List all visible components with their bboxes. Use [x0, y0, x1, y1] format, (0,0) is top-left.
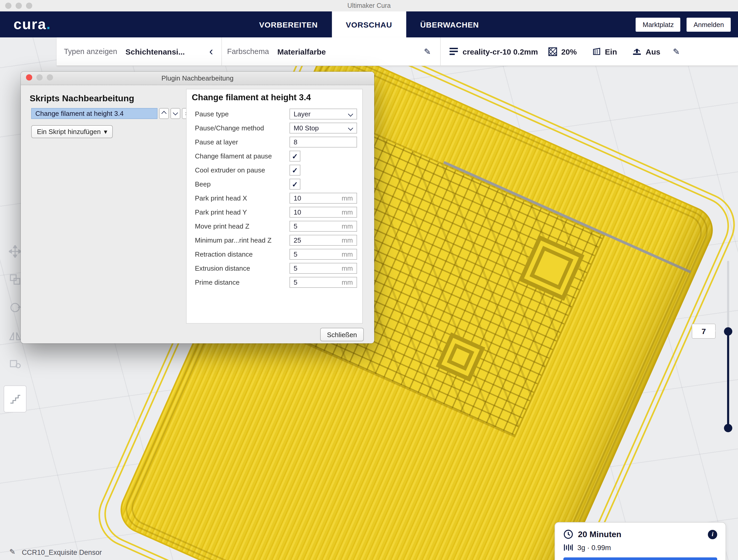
adhesion-item[interactable]: Aus [633, 47, 661, 56]
signin-button[interactable]: Anmelden [687, 17, 731, 31]
printer-profile-item[interactable]: creality-cr-10 0.2mm [449, 47, 538, 56]
field-unit-8: mm [342, 222, 357, 230]
layer-slider-lower-handle[interactable] [724, 424, 732, 432]
form-row: Prime distance5mm [187, 275, 362, 290]
tab-ueberwachen[interactable]: ÜBERWACHEN [406, 11, 493, 37]
close-dialog-button[interactable]: Schließen [320, 328, 364, 341]
form-row: Pause at layer8 [187, 135, 362, 149]
per-model-settings-icon[interactable] [9, 358, 21, 370]
layer-slider-range[interactable] [727, 332, 729, 428]
form-row: Park print head Y10mm [187, 205, 362, 219]
dialog-window-controls [26, 74, 53, 80]
edit-pencil-icon[interactable]: ✎ [424, 46, 431, 56]
field-input-6[interactable]: 10mm [290, 193, 357, 204]
support-blocker-tool[interactable] [4, 386, 26, 413]
field-unit-12: mm [342, 278, 357, 286]
staircase-icon [9, 393, 21, 405]
material-usage: 3g · 0.99m [578, 544, 611, 551]
field-input-10[interactable]: 5mm [290, 249, 357, 260]
infill-item[interactable]: 20% [548, 47, 577, 56]
print-time: 20 Minuten [578, 530, 621, 539]
tab-vorschau[interactable]: VORSCHAU [332, 11, 406, 37]
field-label-1: Pause/Change method [195, 124, 264, 132]
field-input-11[interactable]: 5mm [290, 263, 357, 274]
field-input-2[interactable]: 8 [290, 137, 357, 147]
field-input-7[interactable]: 10mm [290, 207, 357, 218]
field-input-8[interactable]: 5mm [290, 221, 357, 232]
field-dropdown-0[interactable]: Layer [290, 109, 357, 119]
mirror-tool-icon[interactable] [9, 329, 21, 342]
field-label-8: Move print head Z [195, 222, 250, 230]
form-row: Minimum par...rint head Z25mm [187, 233, 362, 247]
rename-model-icon[interactable]: ✎ [9, 548, 15, 556]
field-label-2: Pause at layer [195, 138, 238, 146]
form-row: Change filament at pause✓ [187, 149, 362, 163]
clock-icon [564, 529, 573, 539]
collapse-chevron-icon[interactable]: ‹ [209, 46, 213, 57]
dialog-titlebar[interactable]: Plugin Nachbearbeitung [21, 72, 374, 85]
color-scheme-section[interactable]: Farbschema Materialfarbe ✎ [222, 37, 441, 65]
form-row: Extrusion distance5mm [187, 261, 362, 275]
tab-vorbereiten[interactable]: VORBEREITEN [245, 11, 332, 37]
print-settings-section[interactable]: creality-cr-10 0.2mm 20% Ein [441, 37, 738, 65]
profile-layers-icon [449, 47, 458, 56]
field-label-10: Retraction distance [195, 250, 253, 258]
field-input-12[interactable]: 5mm [290, 277, 357, 288]
info-icon[interactable]: i [708, 530, 717, 539]
view-type-value[interactable]: Schichtenansi... [125, 47, 185, 56]
field-value-6: 10 [290, 194, 342, 202]
move-script-down-button[interactable] [170, 108, 180, 119]
field-checkbox-5[interactable]: ✓ [290, 179, 300, 189]
scale-tool-icon[interactable] [9, 273, 21, 286]
add-script-button[interactable]: Ein Skript hinzufügen ▾ [31, 125, 113, 138]
slice-settings-cluster: 20% Ein Aus ✎ [548, 46, 680, 56]
dialog-zoom-icon [47, 74, 53, 80]
field-value-1: M0 Stop [290, 124, 349, 132]
view-type-label: Typen anzeigen [64, 47, 117, 56]
dialog-minimize-icon [36, 74, 43, 80]
field-label-5: Beep [195, 180, 211, 188]
layer-slider-upper-handle[interactable] [724, 327, 732, 336]
color-scheme-value[interactable]: Materialfarbe [277, 47, 326, 56]
filament-icon [564, 543, 573, 552]
color-scheme-label: Farbschema [227, 47, 269, 56]
rotate-tool-icon[interactable] [9, 301, 21, 314]
printer-profile-value: creality-cr-10 0.2mm [462, 47, 538, 56]
zoom-icon [26, 3, 32, 9]
post-processing-dialog: Plugin Nachbearbeitung Skripts Nachbearb… [21, 72, 374, 344]
field-label-9: Minimum par...rint head Z [195, 236, 272, 244]
field-label-3: Change filament at pause [195, 152, 272, 160]
header-buttons: Marktplatz Anmelden [636, 17, 731, 31]
support-item[interactable]: Ein [593, 47, 617, 56]
infill-icon [548, 47, 557, 56]
field-unit-6: mm [342, 194, 357, 202]
edit-print-settings-icon[interactable]: ✎ [673, 46, 680, 56]
print-job-card: 20 Minuten i 3g · 0.99m Print with OctoP… [555, 522, 726, 560]
print-octoprint-button[interactable]: Print with OctoPrint [564, 557, 717, 560]
form-row: Pause typeLayer [187, 107, 362, 121]
cura-window: Ultimaker Cura cura. VORBEREITEN VORSCHA… [0, 0, 738, 560]
app-header: cura. VORBEREITEN VORSCHAU ÜBERWACHEN Ma… [0, 11, 738, 37]
logo-dot: . [46, 16, 51, 32]
field-unit-10: mm [342, 250, 357, 258]
field-value-2: 8 [290, 138, 357, 146]
cura-logo: cura. [14, 16, 51, 33]
script-settings-panel: Change filament at height 3.4 Pause type… [186, 89, 363, 324]
field-unit-11: mm [342, 264, 357, 272]
window-title: Ultimaker Cura [347, 2, 391, 9]
dialog-close-icon[interactable] [26, 74, 32, 80]
field-input-9[interactable]: 25mm [290, 235, 357, 246]
field-label-0: Pause type [195, 110, 229, 118]
move-script-up-button[interactable] [159, 108, 169, 119]
selected-script-item[interactable]: Change filament at height 3.4 [31, 108, 157, 119]
form-row: Beep✓ [187, 177, 362, 191]
layer-number-badge: 7 [692, 324, 716, 339]
view-type-section[interactable]: Typen anzeigen Schichtenansi... ‹ [57, 37, 222, 65]
field-checkbox-4[interactable]: ✓ [290, 165, 300, 175]
field-checkbox-3[interactable]: ✓ [290, 151, 300, 161]
marketplace-button[interactable]: Marktplatz [636, 17, 681, 31]
field-dropdown-1[interactable]: M0 Stop [290, 123, 357, 133]
move-tool-icon[interactable] [9, 245, 21, 258]
field-label-6: Park print head X [195, 194, 247, 202]
stage-tabs: VORBEREITEN VORSCHAU ÜBERWACHEN [245, 11, 493, 37]
